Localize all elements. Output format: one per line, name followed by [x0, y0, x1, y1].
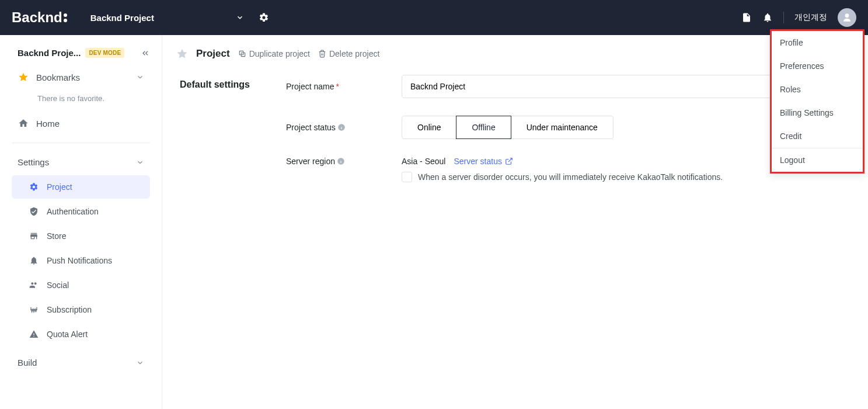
- sidebar: Backnd Proje... DEV MODE Bookmarks There…: [0, 35, 162, 409]
- server-region-value: Asia - Seoul: [402, 157, 445, 166]
- build-section-header[interactable]: Build: [12, 351, 150, 375]
- dropdown-item-roles[interactable]: Roles: [772, 78, 863, 101]
- sidebar-item-subscription[interactable]: Subscription: [12, 298, 150, 321]
- sidebar-item-home[interactable]: Home: [12, 111, 150, 136]
- page-title: Project: [196, 48, 230, 60]
- brand-text: Backnd: [12, 9, 62, 26]
- delete-project-button[interactable]: Delete project: [318, 49, 379, 58]
- page-header: Project Duplicate project Delete project: [176, 48, 850, 60]
- dropdown-item-credit[interactable]: Credit: [772, 124, 863, 148]
- sidebar-project-title: Backnd Proje...: [18, 48, 81, 58]
- warning-icon: [28, 330, 40, 339]
- gear-icon: [28, 182, 40, 192]
- avatar[interactable]: [838, 8, 856, 27]
- collapse-sidebar-icon[interactable]: [141, 48, 150, 58]
- gear-icon[interactable]: [259, 12, 269, 23]
- sidebar-project-row: Backnd Proje... DEV MODE: [0, 35, 162, 65]
- people-icon: [28, 280, 40, 290]
- store-icon: [28, 231, 40, 241]
- kakao-notify-checkbox[interactable]: [402, 172, 412, 182]
- home-label: Home: [36, 119, 144, 129]
- shield-icon: [28, 207, 40, 216]
- svg-marker-2: [177, 49, 187, 58]
- status-online-button[interactable]: Online: [402, 116, 456, 139]
- info-icon[interactable]: [337, 157, 345, 165]
- sidebar-item-label: Subscription: [47, 305, 92, 314]
- sidebar-item-label: Authentication: [47, 207, 99, 216]
- app-header: Backnd Backnd Project 개인계정: [0, 0, 868, 35]
- dropdown-item-billing[interactable]: Billing Settings: [772, 101, 863, 124]
- header-divider: [783, 12, 784, 23]
- chevron-down-icon: [136, 73, 144, 81]
- kakao-notify-label: When a server disorder occurs, you will …: [418, 172, 723, 182]
- brand-logo: Backnd: [12, 9, 67, 26]
- dropdown-item-logout[interactable]: Logout: [772, 148, 863, 172]
- dev-mode-badge: DEV MODE: [85, 48, 124, 58]
- server-region-label: Server region: [286, 157, 402, 166]
- sidebar-item-label: Social: [47, 280, 69, 290]
- project-selector[interactable]: Backnd Project: [90, 13, 154, 23]
- bookmarks-label: Bookmarks: [36, 72, 136, 82]
- account-dropdown-menu: Profile Preferences Roles Billing Settin…: [770, 29, 864, 174]
- sidebar-item-authentication[interactable]: Authentication: [12, 200, 150, 223]
- chevron-down-icon[interactable]: [236, 13, 244, 22]
- project-status-label: Project status: [286, 123, 402, 132]
- sidebar-item-quota[interactable]: Quota Alert: [12, 323, 150, 346]
- account-label: 개인계정: [794, 12, 827, 23]
- favorite-button[interactable]: [176, 48, 188, 60]
- bookmarks-section-header[interactable]: Bookmarks: [12, 65, 150, 89]
- svg-point-0: [845, 13, 849, 18]
- svg-marker-1: [19, 73, 28, 81]
- default-settings-label: Default settings: [180, 75, 286, 90]
- chevron-down-icon: [136, 359, 144, 367]
- project-name-label: Project name*: [286, 82, 402, 91]
- project-status-segmented: Online Offline Under maintenance: [402, 116, 613, 139]
- sidebar-item-store[interactable]: Store: [12, 224, 150, 248]
- dropdown-item-preferences[interactable]: Preferences: [772, 54, 863, 78]
- logo-dots-icon: [64, 13, 67, 22]
- status-maintenance-button[interactable]: Under maintenance: [511, 116, 613, 139]
- sidebar-item-project[interactable]: Project: [12, 175, 150, 199]
- chevron-down-icon: [136, 158, 144, 167]
- star-icon: [18, 72, 29, 82]
- svg-line-7: [508, 158, 512, 162]
- settings-section-header[interactable]: Settings: [12, 150, 150, 174]
- settings-section-label: Settings: [18, 157, 136, 167]
- status-offline-button[interactable]: Offline: [456, 116, 511, 139]
- main-content: Project Duplicate project Delete project…: [162, 35, 868, 409]
- kakao-notify-row: When a server disorder occurs, you will …: [402, 172, 723, 182]
- header-right: 개인계정: [741, 8, 856, 27]
- home-icon: [18, 118, 29, 129]
- duplicate-project-button[interactable]: Duplicate project: [238, 49, 310, 58]
- project-selector-label: Backnd Project: [90, 13, 154, 23]
- delete-label: Delete project: [329, 49, 379, 58]
- sidebar-item-social[interactable]: Social: [12, 273, 150, 297]
- sidebar-item-label: Store: [47, 231, 66, 241]
- dropdown-item-profile[interactable]: Profile: [772, 31, 863, 54]
- sidebar-item-push[interactable]: Push Notifications: [12, 249, 150, 272]
- bell-icon: [28, 256, 40, 265]
- document-icon[interactable]: [741, 12, 752, 23]
- build-section-label: Build: [18, 358, 136, 368]
- duplicate-label: Duplicate project: [249, 49, 310, 58]
- won-icon: [28, 305, 40, 314]
- info-icon[interactable]: [337, 123, 346, 131]
- required-marker: *: [336, 82, 339, 91]
- copy-icon: [238, 50, 246, 58]
- sidebar-item-label: Project: [47, 182, 72, 192]
- bookmarks-empty-text: There is no favorite.: [12, 89, 150, 111]
- sidebar-item-label: Push Notifications: [47, 256, 112, 265]
- sidebar-item-label: Quota Alert: [47, 330, 88, 339]
- external-link-icon: [505, 157, 513, 165]
- bell-icon[interactable]: [762, 12, 773, 23]
- sidebar-divider: [12, 143, 150, 143]
- trash-icon: [318, 50, 326, 58]
- server-status-link[interactable]: Server status: [454, 157, 513, 166]
